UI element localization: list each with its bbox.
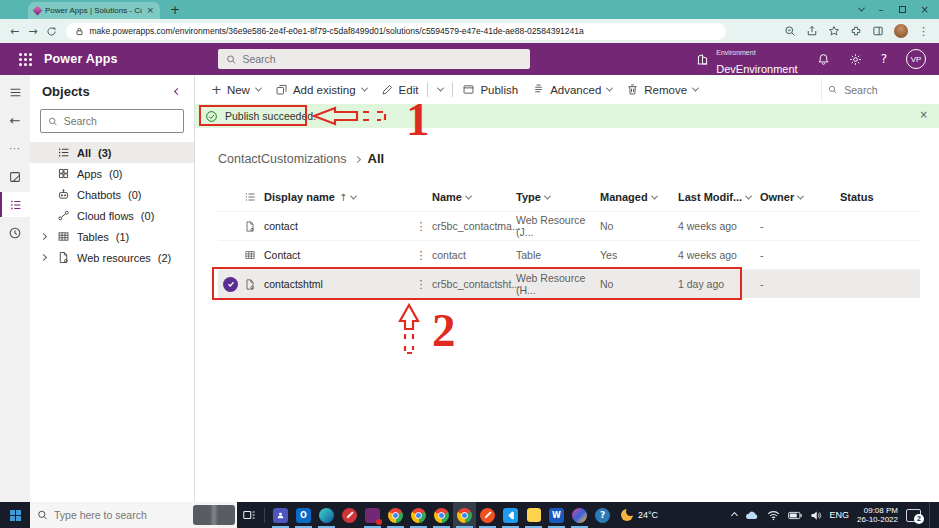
column-header-owner[interactable]: Owner xyxy=(760,191,840,203)
browser-profile-avatar[interactable] xyxy=(894,24,908,38)
taskbar-app-chrome-3[interactable] xyxy=(430,502,453,528)
taskbar-app-vscode[interactable] xyxy=(499,502,522,528)
taskbar-app-chrome-2[interactable] xyxy=(407,502,430,528)
help-icon[interactable]: ? xyxy=(881,52,887,66)
solution-search-input[interactable] xyxy=(844,84,927,96)
sidebar-item-all[interactable]: All (3) xyxy=(30,142,194,163)
browser-forward-button[interactable]: → xyxy=(28,26,37,37)
task-view-button[interactable] xyxy=(237,502,260,528)
sidebar-item-apps[interactable]: Apps (0) xyxy=(30,163,194,184)
nav-history-clock-icon[interactable] xyxy=(0,220,30,245)
environment-switcher[interactable]: Environment DevEnvironment xyxy=(696,41,797,78)
notifications-bell-icon[interactable] xyxy=(817,53,830,66)
column-header-display-name[interactable]: Display name ↑ xyxy=(264,191,410,203)
select-all-list-icon[interactable] xyxy=(244,191,264,203)
new-button[interactable]: + New xyxy=(204,82,268,97)
taskbar-app-powerapps[interactable] xyxy=(361,502,384,528)
action-center-icon[interactable]: 2 xyxy=(906,509,921,522)
close-window-button[interactable]: × xyxy=(921,5,929,15)
sidebar-item-tables[interactable]: Tables (1) xyxy=(30,226,194,247)
add-existing-button[interactable]: Add existing xyxy=(268,83,374,96)
expand-chevron-icon[interactable] xyxy=(40,254,47,261)
solution-search-box[interactable] xyxy=(821,78,933,102)
maximize-button[interactable] xyxy=(899,6,906,13)
sidebar-item-web-resources[interactable]: Web resources (2) xyxy=(30,247,194,268)
table-row-contact-table[interactable]: Contact ⋮ contact Table Yes 4 weeks ago … xyxy=(218,240,920,269)
wifi-icon[interactable] xyxy=(767,510,780,521)
start-button[interactable] xyxy=(0,502,30,528)
window-menu-chevron-icon[interactable] xyxy=(858,5,865,12)
taskbar-clock[interactable]: 09:08 PM 26-10-2022 xyxy=(857,506,898,525)
browser-reload-button[interactable] xyxy=(46,26,57,37)
collapse-panel-chevron-icon[interactable] xyxy=(174,88,181,95)
nav-more-icon[interactable]: ··· xyxy=(0,136,30,161)
browser-tab[interactable]: Power Apps | Solutions - Contac × xyxy=(28,2,160,19)
row-more-commands-icon[interactable]: ⋮ xyxy=(410,278,432,291)
banner-close-icon[interactable]: × xyxy=(920,110,928,120)
sidebar-item-chatbots[interactable]: Chatbots (0) xyxy=(30,184,194,205)
taskbar-app-edge[interactable] xyxy=(315,502,338,528)
settings-gear-icon[interactable] xyxy=(849,53,862,66)
global-search-input[interactable] xyxy=(242,53,522,65)
taskbar-app-chrome-1[interactable] xyxy=(384,502,407,528)
taskbar-search-box[interactable] xyxy=(30,502,237,528)
bookmark-star-icon[interactable] xyxy=(828,25,840,37)
column-header-status[interactable]: Status xyxy=(840,191,920,203)
weather-widget[interactable]: 24°C xyxy=(614,509,665,521)
global-search-box[interactable] xyxy=(218,49,530,69)
advanced-button[interactable]: Advanced xyxy=(525,83,619,96)
taskbar-app-stickynotes[interactable] xyxy=(522,502,545,528)
speaker-icon[interactable] xyxy=(810,510,822,521)
taskbar-app-chrome-4-active[interactable] xyxy=(453,502,476,528)
expand-chevron-icon[interactable] xyxy=(40,233,47,240)
user-avatar[interactable]: VP xyxy=(906,49,926,69)
nav-pages-icon[interactable] xyxy=(0,164,30,189)
column-header-last-modified[interactable]: Last Modif... xyxy=(678,191,760,203)
tray-overflow-chevron-icon[interactable] xyxy=(731,511,738,518)
taskbar-app-word[interactable]: W xyxy=(545,502,568,528)
column-header-managed[interactable]: Managed xyxy=(600,191,678,203)
browser-menu-icon[interactable]: ⋮ xyxy=(918,26,929,37)
app-launcher-waffle-icon[interactable] xyxy=(8,53,42,66)
publish-button[interactable]: Publish xyxy=(455,83,525,96)
nav-menu-hamburger-icon[interactable] xyxy=(0,80,30,105)
taskbar-app-help[interactable]: ? xyxy=(591,502,614,528)
zoom-icon[interactable] xyxy=(784,25,796,37)
nav-back-icon[interactable]: ← xyxy=(0,108,30,133)
tab-close-icon[interactable]: × xyxy=(146,6,154,15)
taskbar-app-teams[interactable] xyxy=(269,502,292,528)
breadcrumb-parent[interactable]: ContactCustomizations xyxy=(218,152,347,166)
objects-search-input[interactable] xyxy=(64,115,176,127)
remove-button[interactable]: Remove xyxy=(619,83,705,96)
news-widget-button[interactable] xyxy=(193,505,235,525)
taskbar-app-red[interactable] xyxy=(338,502,361,528)
row-selected-check-icon[interactable] xyxy=(223,277,238,292)
extensions-puzzle-icon[interactable] xyxy=(850,25,862,37)
chatbot-icon xyxy=(57,188,70,201)
table-row-contact-webresource[interactable]: contact ⋮ cr5bc_contactma... Web Resourc… xyxy=(218,211,920,240)
new-tab-button[interactable]: + xyxy=(170,3,180,17)
objects-search-box[interactable] xyxy=(40,109,184,133)
taskbar-app-outlook[interactable]: O xyxy=(292,502,315,528)
column-header-type[interactable]: Type xyxy=(516,191,600,203)
row-more-commands-icon[interactable]: ⋮ xyxy=(410,220,432,233)
taskbar-app-paint[interactable] xyxy=(568,502,591,528)
show-desktop-button[interactable] xyxy=(929,502,933,528)
share-icon[interactable] xyxy=(806,25,818,37)
onedrive-cloud-icon[interactable] xyxy=(745,510,759,520)
taskbar-app-orange[interactable] xyxy=(476,502,499,528)
language-indicator[interactable]: ENG xyxy=(830,510,850,520)
browser-back-button[interactable]: ← xyxy=(10,26,19,37)
edit-split-chevron-button[interactable] xyxy=(430,87,450,92)
column-header-name[interactable]: Name xyxy=(432,191,516,203)
sidebar-item-cloud-flows[interactable]: Cloud flows (0) xyxy=(30,205,194,226)
nav-solutions-tree-icon[interactable] xyxy=(0,192,30,217)
cell-last-modified: 4 weeks ago xyxy=(678,220,760,232)
table-row-contactshtml-selected[interactable]: contactshtml ⋮ cr5bc_contactsht... Web R… xyxy=(218,269,920,298)
url-bar[interactable]: make.powerapps.com/environments/36e9e586… xyxy=(66,23,726,40)
side-panel-icon[interactable] xyxy=(872,25,884,37)
row-more-commands-icon[interactable]: ⋮ xyxy=(410,249,432,262)
minimize-button[interactable]: – xyxy=(879,5,884,15)
battery-icon[interactable] xyxy=(788,511,802,520)
breadcrumb-current: All xyxy=(368,151,385,166)
